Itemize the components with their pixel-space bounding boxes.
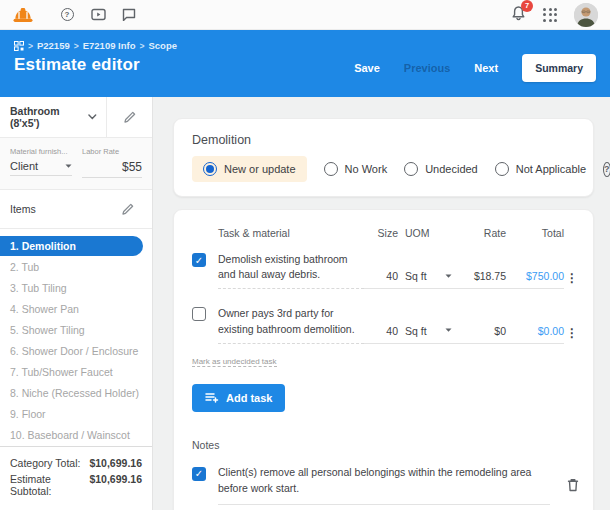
add-task-label: Add task bbox=[226, 392, 272, 404]
sidebar-item-baseboard[interactable]: 10. Baseboard / Wainscot bbox=[0, 425, 152, 445]
task-rate-input[interactable]: $0 bbox=[452, 325, 506, 344]
category-total-label: Category Total: bbox=[10, 457, 80, 469]
sidebar-item-niche[interactable]: 8. Niche (Recessed Holder) bbox=[0, 383, 152, 403]
task-rate-input[interactable]: $18.75 bbox=[452, 270, 506, 289]
save-button[interactable]: Save bbox=[354, 62, 380, 74]
previous-button[interactable]: Previous bbox=[404, 62, 450, 74]
option-label: New or update bbox=[224, 163, 296, 175]
breadcrumb-estimate-info[interactable]: E72109 Info bbox=[83, 40, 136, 51]
add-task-button[interactable]: Add task bbox=[192, 384, 285, 412]
dashboard-grid-icon[interactable] bbox=[14, 41, 24, 51]
radio-icon bbox=[324, 162, 338, 176]
radio-icon bbox=[495, 162, 509, 176]
task-uom-select[interactable]: Sq ft bbox=[398, 270, 452, 289]
option-undecided[interactable]: Undecided bbox=[404, 156, 478, 182]
labor-rate-label: Labor Rate bbox=[82, 147, 142, 156]
option-label: Undecided bbox=[425, 163, 478, 175]
top-app-bar: ? 7 bbox=[0, 0, 610, 30]
task-menu-kebab-icon[interactable]: ⋮ bbox=[564, 271, 578, 289]
help-icon[interactable]: ? bbox=[59, 7, 75, 23]
section-title: Demolition bbox=[192, 133, 575, 147]
status-help-icon[interactable]: ? bbox=[603, 162, 610, 177]
labor-rate-value: $55 bbox=[122, 160, 142, 174]
main-panel: Demolition New or update No Work Undecid… bbox=[153, 97, 610, 510]
task-total-value: $750.00 bbox=[506, 270, 564, 289]
breadcrumb-project[interactable]: P22159 bbox=[37, 40, 70, 51]
notes-label: Notes bbox=[192, 439, 579, 451]
trash-icon bbox=[567, 478, 579, 492]
dropdown-arrow-icon bbox=[65, 164, 72, 169]
sidebar-item-shower-door[interactable]: 6. Shower Door / Enclosure bbox=[0, 341, 152, 361]
note-row: ✓ Client(s) remove all personal belongin… bbox=[192, 465, 579, 506]
material-furnish-select[interactable]: Client bbox=[10, 160, 72, 176]
totals-summary: Category Total: $10,699.16 Estimate Subt… bbox=[0, 446, 152, 510]
room-settings-section: Material furnish... Client Labor Rate $5… bbox=[0, 138, 152, 190]
items-header-label: Items bbox=[10, 203, 36, 215]
summary-button[interactable]: Summary bbox=[522, 54, 596, 82]
radio-icon bbox=[404, 162, 418, 176]
radio-selected-icon bbox=[203, 162, 217, 176]
pencil-icon bbox=[123, 110, 137, 124]
sidebar-item-tub-shower-faucet[interactable]: 7. Tub/Shower Faucet bbox=[0, 362, 152, 382]
next-button[interactable]: Next bbox=[474, 62, 498, 74]
col-size: Size bbox=[364, 227, 398, 239]
task-row: ✓ Demolish existing bathroom and haul aw… bbox=[192, 252, 579, 289]
tasks-card: Task & material Size UOM Rate Total ✓ De… bbox=[173, 209, 594, 510]
sidebar-item-demolition[interactable]: 1. Demolition bbox=[0, 236, 143, 256]
room-selector-dropdown[interactable]: Bathroom (8'x5') bbox=[0, 97, 107, 137]
option-not-applicable[interactable]: Not Applicable bbox=[495, 156, 586, 182]
dropdown-arrow-icon bbox=[445, 328, 452, 333]
option-label: No Work bbox=[345, 163, 388, 175]
sidebar: Bathroom (8'x5') Material furnish... Cli… bbox=[0, 97, 153, 510]
breadcrumb-scope[interactable]: Scope bbox=[148, 40, 177, 51]
col-uom: UOM bbox=[398, 227, 452, 239]
labor-rate-input[interactable]: $55 bbox=[82, 160, 142, 178]
category-status-card: Demolition New or update No Work Undecid… bbox=[173, 118, 594, 197]
task-uom-select[interactable]: Sq ft bbox=[398, 325, 452, 344]
page-header: > P22159 > E72109 Info > Scope Estimate … bbox=[0, 30, 610, 97]
task-size-input[interactable]: 40 bbox=[364, 325, 398, 344]
dropdown-arrow-icon bbox=[445, 274, 452, 279]
edit-items-button[interactable] bbox=[105, 202, 150, 216]
note-text-input[interactable]: Client(s) remove all personal belongings… bbox=[218, 465, 550, 506]
estimate-subtotal-value: $10,699.16 bbox=[89, 473, 142, 497]
col-task-material: Task & material bbox=[218, 227, 364, 239]
task-checkbox-checked[interactable]: ✓ bbox=[192, 253, 206, 267]
task-checkbox-unchecked[interactable] bbox=[192, 307, 206, 321]
chat-icon[interactable] bbox=[121, 7, 137, 23]
task-total-value: $0.00 bbox=[506, 325, 564, 344]
edit-room-button[interactable] bbox=[107, 97, 152, 137]
material-furnish-value: Client bbox=[10, 160, 38, 172]
material-furnish-label: Material furnish... bbox=[10, 147, 72, 156]
company-logo-hardhat-icon[interactable] bbox=[12, 5, 34, 25]
col-total: Total bbox=[506, 227, 564, 239]
pencil-icon bbox=[121, 202, 135, 216]
sidebar-item-shower-tiling[interactable]: 5. Shower Tiling bbox=[0, 320, 152, 340]
sidebar-item-floor[interactable]: 9. Floor bbox=[0, 404, 152, 424]
task-table-header: Task & material Size UOM Rate Total bbox=[192, 227, 579, 239]
task-row: Owner pays 3rd party for existing bathro… bbox=[192, 306, 579, 343]
video-tutorials-icon[interactable] bbox=[90, 7, 106, 23]
sidebar-item-shower-pan[interactable]: 4. Shower Pan bbox=[0, 299, 152, 319]
estimate-subtotal-label: Estimate Subtotal: bbox=[10, 473, 89, 497]
breadcrumb-separator: > bbox=[140, 41, 145, 51]
task-menu-kebab-icon[interactable]: ⋮ bbox=[564, 326, 578, 344]
col-rate: Rate bbox=[452, 227, 506, 239]
apps-grid-icon[interactable] bbox=[543, 8, 557, 22]
option-no-work[interactable]: No Work bbox=[324, 156, 388, 182]
mark-undecided-link[interactable]: Mark as undecided task bbox=[192, 357, 277, 367]
delete-note-button[interactable] bbox=[567, 478, 579, 492]
breadcrumb-separator: > bbox=[74, 41, 79, 51]
notification-count-badge: 7 bbox=[521, 0, 533, 12]
sidebar-item-tub-tiling[interactable]: 3. Tub Tiling bbox=[0, 278, 152, 298]
user-avatar[interactable] bbox=[574, 3, 598, 27]
option-new-or-update[interactable]: New or update bbox=[192, 156, 307, 182]
task-description-input[interactable]: Demolish existing bathroom and haul away… bbox=[218, 252, 364, 289]
chevron-down-icon bbox=[88, 114, 97, 120]
task-size-input[interactable]: 40 bbox=[364, 270, 398, 289]
task-description-input[interactable]: Owner pays 3rd party for existing bathro… bbox=[218, 306, 364, 343]
note-checkbox-checked[interactable]: ✓ bbox=[192, 467, 206, 481]
category-total-value: $10,699.16 bbox=[89, 457, 142, 469]
notifications-bell-icon[interactable]: 7 bbox=[511, 5, 526, 25]
sidebar-item-tub[interactable]: 2. Tub bbox=[0, 257, 152, 277]
